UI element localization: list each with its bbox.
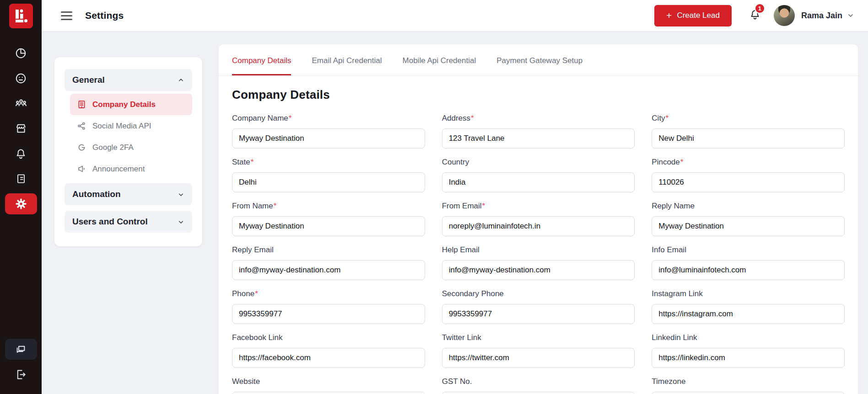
text-input[interactable]: https://twitter.com (442, 348, 635, 368)
sidebar-item-announcement[interactable]: Announcement (70, 158, 192, 180)
form-field: Reply Email info@myway-destination.com (232, 245, 425, 280)
field-label: Secondary Phone (442, 289, 635, 298)
text-input[interactable]: noreply@luminainfotech.in (442, 216, 635, 236)
text-input[interactable]: 9953359977 (442, 304, 635, 324)
required-asterisk: * (289, 114, 292, 122)
form-field: State* Delhi (232, 158, 425, 192)
form-field: Help Email info@myway-destination.com (442, 245, 635, 280)
text-input[interactable]: India (442, 172, 635, 192)
field-label: From Email* (442, 202, 635, 211)
text-input[interactable]: 110026 (652, 172, 845, 192)
icon-rail (0, 32, 42, 394)
hamburger-menu-icon[interactable] (61, 11, 72, 20)
text-input[interactable]: New Delhi (652, 128, 845, 149)
sidebar-item-label: Announcement (92, 165, 145, 174)
required-asterisk: * (680, 158, 684, 166)
form-field: Website (232, 377, 425, 394)
text-input[interactable]: Myway Destination (232, 128, 425, 149)
user-name[interactable]: Rama Jain (801, 11, 842, 21)
form-field: Info Email info@luminainfotech.com (652, 245, 845, 280)
field-label: Website (232, 377, 425, 386)
logo-cell (0, 0, 42, 32)
users-group-icon[interactable] (5, 93, 37, 114)
text-input[interactable]: 123 Travel Lane (442, 128, 635, 149)
building-icon (77, 100, 86, 109)
field-label: City* (652, 114, 845, 123)
field-label: Linkedin Link (652, 333, 845, 342)
dashboard-pie-chart-icon[interactable] (5, 43, 37, 64)
text-input[interactable]: info@luminainfotech.com (652, 260, 845, 280)
form-field: Linkedin Link https://linkedin.com (652, 333, 845, 368)
form-field: Twitter Link https://twitter.com (442, 333, 635, 368)
form-field: Phone* 9953359977 (232, 289, 425, 324)
text-input[interactable]: info@myway-destination.com (232, 260, 425, 280)
logout-icon[interactable] (5, 364, 37, 385)
section-label: Automation (72, 189, 121, 199)
field-label: Address* (442, 114, 635, 123)
field-label: Phone* (232, 289, 425, 298)
field-label: Twitter Link (442, 333, 635, 342)
field-label: Reply Email (232, 245, 425, 255)
text-input[interactable]: 9953359977 (232, 304, 425, 324)
field-label: Company Name* (232, 114, 425, 123)
required-asterisk: * (274, 202, 277, 210)
field-label: Info Email (652, 245, 845, 255)
field-label: GST No. (442, 377, 635, 386)
text-input[interactable]: https://facebook.com (232, 348, 425, 368)
top-header: Settings + Create Lead 1 Rama Jain (0, 0, 868, 32)
sidebar-section-general[interactable]: General (65, 69, 192, 91)
form-field: Reply Name Myway Destination (652, 202, 845, 236)
form-field: City* New Delhi (652, 114, 845, 149)
megaphone-icon (77, 164, 86, 174)
form-field: Company Name* Myway Destination (232, 114, 425, 149)
app-logo[interactable] (9, 4, 33, 28)
required-asterisk: * (251, 158, 254, 166)
bell-rail-icon[interactable] (5, 143, 37, 164)
tab-company-details[interactable]: Company Details (232, 44, 291, 75)
field-label: Country (442, 158, 635, 167)
chat-icon[interactable] (5, 339, 37, 360)
text-input[interactable]: Myway Destination (652, 216, 845, 236)
text-input[interactable]: Myway Destination (232, 216, 425, 236)
sidebar-section-users-and-control[interactable]: Users and Control (65, 211, 192, 233)
sidebar-item-company-details[interactable]: Company Details (70, 94, 192, 115)
field-label: Facebook Link (232, 333, 425, 342)
text-input[interactable] (652, 392, 845, 394)
chevron-up-icon (178, 77, 184, 84)
notifications-button[interactable]: 1 (749, 9, 761, 22)
document-icon[interactable] (5, 168, 37, 189)
settings-sidebar: General Company Details (54, 57, 202, 246)
sidebar-item-google-2fa[interactable]: Google 2FA (70, 137, 192, 158)
tab-mobile-api-credential[interactable]: Mobile Api Credential (403, 44, 476, 75)
user-avatar[interactable] (774, 5, 795, 26)
form-field: From Name* Myway Destination (232, 202, 425, 236)
text-input[interactable] (232, 392, 425, 394)
sidebar-item-social-media-api[interactable]: Social Media API (70, 115, 192, 137)
text-input[interactable]: Delhi (232, 172, 425, 192)
logo-glyph (13, 8, 29, 24)
tab-payment-gateway-setup[interactable]: Payment Gateway Setup (496, 44, 582, 75)
store-icon[interactable] (5, 118, 37, 139)
create-lead-button[interactable]: + Create Lead (654, 5, 732, 27)
text-input[interactable]: info@myway-destination.com (442, 260, 635, 280)
form-field: From Email* noreply@luminainfotech.in (442, 202, 635, 236)
form-field: Pincode* 110026 (652, 158, 845, 192)
form-field: Address* 123 Travel Lane (442, 114, 635, 149)
tab-bar: Company Details Email Api Credential Mob… (219, 44, 858, 76)
text-input[interactable]: https://instagram.com (652, 304, 845, 324)
text-input[interactable]: https://linkedin.com (652, 348, 845, 368)
google-icon (77, 143, 86, 152)
field-label: Timezone (652, 377, 845, 386)
header-main: Settings + Create Lead 1 Rama Jain (42, 0, 868, 31)
sidebar-section-automation[interactable]: Automation (65, 183, 192, 205)
sidebar-item-label: Social Media API (92, 122, 151, 131)
field-label: Pincode* (652, 158, 845, 167)
settings-gear-icon[interactable] (5, 193, 37, 214)
share-icon (77, 121, 86, 131)
text-input[interactable] (442, 392, 635, 394)
chevron-down-icon[interactable] (847, 12, 854, 19)
sidebar-item-label: Company Details (92, 100, 156, 109)
tab-email-api-credential[interactable]: Email Api Credential (312, 44, 382, 75)
leads-smiley-icon[interactable] (5, 68, 37, 89)
company-details-form: Company Name* Myway Destination Address*… (219, 114, 858, 394)
